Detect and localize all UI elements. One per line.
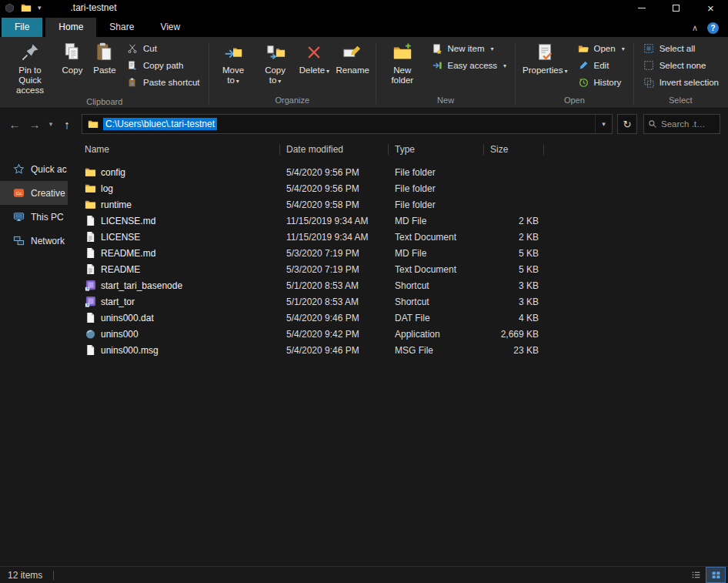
file-size: 3 KB xyxy=(484,297,544,307)
sidebar-item-quick-ac[interactable]: Quick ac xyxy=(0,157,68,181)
sidebar-item-creative[interactable]: CcCreative xyxy=(0,181,68,205)
move-to-icon xyxy=(221,41,245,64)
maximize-button[interactable] xyxy=(659,0,693,15)
open-button[interactable]: Open ▾ xyxy=(572,40,630,57)
column-header-type[interactable]: Type xyxy=(389,140,484,159)
file-row[interactable]: runtime5/4/2020 9:58 PMFile folder xyxy=(68,196,728,213)
recent-locations-caret-icon: ▾ xyxy=(49,120,53,128)
invert-selection-button[interactable]: Invert selection xyxy=(637,74,724,91)
file-date-modified: 11/15/2019 9:34 AM xyxy=(280,216,389,226)
recent-locations-button[interactable]: ▾ xyxy=(45,115,57,133)
copy-to-button[interactable]: Copy to▾ xyxy=(255,39,296,87)
paste-button[interactable]: Paste xyxy=(88,39,121,76)
copy-button[interactable]: Copy xyxy=(56,39,88,76)
file-row[interactable]: log5/4/2020 9:56 PMFile folder xyxy=(68,180,728,196)
file-pane: Name Date modified Type Size config5/4/2… xyxy=(68,140,728,566)
tab-home[interactable]: Home xyxy=(45,18,96,37)
file-row[interactable]: unins000.msg5/4/2020 9:46 PMMSG File23 K… xyxy=(68,342,728,358)
delete-button[interactable]: Delete▾ xyxy=(296,39,333,77)
minimize-button[interactable] xyxy=(624,0,659,15)
help-icon[interactable]: ? xyxy=(707,22,719,34)
properties-button[interactable]: Properties▾ xyxy=(519,39,571,77)
file-row[interactable]: start_tor5/1/2020 8:53 AMShortcut3 KB xyxy=(68,293,728,310)
file-row[interactable]: config5/4/2020 9:56 PMFile folder xyxy=(68,164,728,180)
sidebar-item-this-pc[interactable]: This PC xyxy=(0,205,68,229)
search-box[interactable] xyxy=(643,114,720,134)
ribbon-group-label-open: Open xyxy=(519,95,630,108)
column-header-size[interactable]: Size xyxy=(484,140,544,159)
up-button[interactable]: ↑ xyxy=(57,115,77,133)
delete-icon xyxy=(302,41,326,64)
rename-icon xyxy=(340,41,365,64)
ribbon-tab-strip: File Home Share View ∧ ? xyxy=(0,15,728,37)
file-row[interactable]: unins0005/4/2020 9:42 PMApplication2,669… xyxy=(68,326,728,342)
shortcut-icon xyxy=(85,296,96,307)
ribbon-group-label-clipboard: Clipboard xyxy=(4,96,205,108)
ribbon-group-select: Select all Select none Invert selection xyxy=(635,39,726,108)
dropdown-caret-icon: ▾ xyxy=(622,45,625,52)
file-row[interactable]: LICENSE.md11/15/2019 9:34 AMMD File2 KB xyxy=(68,213,728,229)
move-to-button[interactable]: Move to▾ xyxy=(212,39,254,87)
pin-to-quick-access-button[interactable]: Pin to Quick access xyxy=(4,39,56,96)
thumbnails-view-button[interactable] xyxy=(706,568,725,582)
new-item-button[interactable]: New item ▾ xyxy=(426,40,513,57)
refresh-button[interactable]: ↻ xyxy=(617,114,637,134)
column-header-name[interactable]: Name xyxy=(85,140,280,159)
tab-view[interactable]: View xyxy=(147,18,193,37)
collapse-ribbon-icon[interactable]: ∧ xyxy=(692,23,698,33)
forward-button[interactable]: → xyxy=(25,115,45,133)
rename-button[interactable]: Rename xyxy=(332,39,372,76)
search-input[interactable] xyxy=(661,119,716,129)
file-name: runtime xyxy=(101,199,132,210)
edit-button[interactable]: Edit xyxy=(572,57,630,74)
ribbon-divider xyxy=(633,42,634,104)
delete-label: Delete▾ xyxy=(299,65,329,76)
folder-icon xyxy=(21,2,32,13)
file-date-modified: 5/4/2020 9:56 PM xyxy=(280,183,389,194)
file-row[interactable]: README5/3/2020 7:19 PMText Document5 KB xyxy=(68,261,728,277)
paste-shortcut-button[interactable]: Paste shortcut xyxy=(121,74,205,91)
address-path[interactable]: C:\Users\bluec\.tari-testnet xyxy=(103,118,217,130)
file-row[interactable]: unins000.dat5/4/2020 9:46 PMDAT File4 KB xyxy=(68,310,728,326)
open-icon xyxy=(577,42,589,55)
file-name: start_tari_basenode xyxy=(101,280,182,291)
file-name: LICENSE xyxy=(101,232,140,243)
easy-access-button[interactable]: Easy access ▾ xyxy=(426,57,513,74)
close-icon: × xyxy=(707,2,714,14)
cut-button[interactable]: Cut xyxy=(121,40,205,57)
file-name: unins000.dat xyxy=(101,313,154,323)
details-view-button[interactable] xyxy=(686,568,705,582)
ribbon-group-new: New folder New item ▾ Easy acce xyxy=(377,39,514,108)
close-button[interactable]: × xyxy=(693,0,728,15)
sidebar-item-label: Creative xyxy=(31,188,65,199)
file-size: 3 KB xyxy=(484,280,544,291)
tab-share[interactable]: Share xyxy=(96,18,147,37)
address-bar[interactable]: C:\Users\bluec\.tari-testnet ▾ xyxy=(82,114,613,134)
file-row[interactable]: LICENSE11/15/2019 9:34 AMText Document2 … xyxy=(68,229,728,245)
history-button[interactable]: History xyxy=(572,74,630,91)
address-dropdown-button[interactable]: ▾ xyxy=(595,115,612,133)
back-button[interactable]: ← xyxy=(5,115,25,133)
file-size: 23 KB xyxy=(484,345,544,356)
file-size: 5 KB xyxy=(484,248,544,259)
cut-label: Cut xyxy=(143,44,157,53)
column-headers: Name Date modified Type Size xyxy=(68,140,728,159)
select-none-button[interactable]: Select none xyxy=(637,57,724,74)
tab-file[interactable]: File xyxy=(2,18,42,37)
up-icon: ↑ xyxy=(64,118,70,131)
copy-path-button[interactable]: Copy path xyxy=(121,57,205,74)
new-folder-button[interactable]: New folder xyxy=(379,39,425,86)
column-header-date-modified[interactable]: Date modified xyxy=(280,140,389,159)
file-row[interactable]: start_tari_basenode5/1/2020 8:53 AMShort… xyxy=(68,277,728,293)
quick-access-toolbar-caret-icon[interactable]: ▾ xyxy=(38,4,42,12)
sidebar-item-network[interactable]: Network xyxy=(0,229,68,253)
copy-label: Copy xyxy=(62,65,83,75)
minimize-icon xyxy=(638,8,646,8)
select-all-button[interactable]: Select all xyxy=(637,40,724,57)
file-type: File folder xyxy=(389,167,484,178)
creative-cloud-icon: Cc xyxy=(12,187,25,199)
file-row[interactable]: README.md5/3/2020 7:19 PMMD File5 KB xyxy=(68,245,728,261)
properties-icon xyxy=(533,41,557,64)
new-folder-icon xyxy=(390,41,415,64)
sidebar-item-label: This PC xyxy=(31,212,64,223)
